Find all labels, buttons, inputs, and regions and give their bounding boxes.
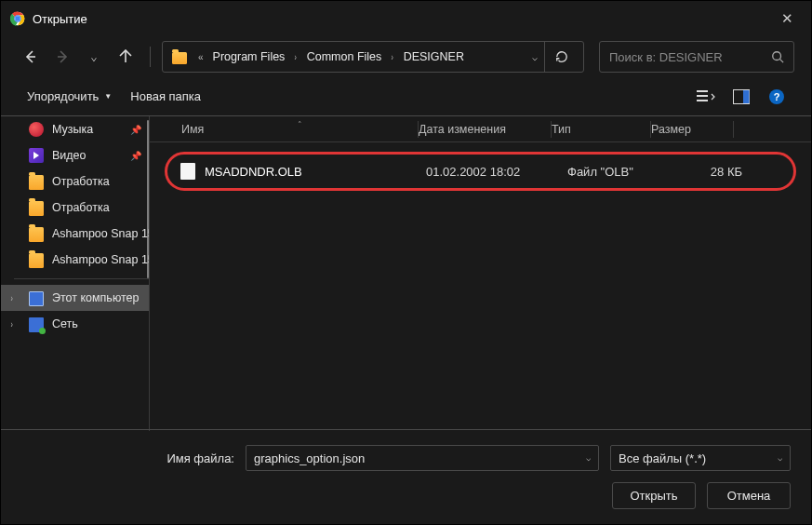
window-title: Открытие xyxy=(33,12,759,26)
column-header-size[interactable]: Размер xyxy=(651,123,733,136)
file-list-area: Имя ˄ Дата изменения Тип Размер MSADDNDR… xyxy=(150,116,811,431)
file-type: Файл "OLB" xyxy=(567,165,666,179)
sidebar-item-folder[interactable]: Отработка xyxy=(1,168,149,195)
sidebar-item-label: Сеть xyxy=(52,317,78,330)
chevron-right-icon: › xyxy=(292,52,300,62)
organize-button[interactable]: Упорядочить ▼ xyxy=(20,86,119,107)
column-header-name[interactable]: Имя ˄ xyxy=(181,123,418,136)
file-row[interactable]: MSADDNDR.OLB 01.02.2002 18:02 Файл "OLB"… xyxy=(165,152,796,191)
sidebar-item-network[interactable]: › Сеть xyxy=(1,311,149,337)
filter-value: Все файлы (*.*) xyxy=(619,451,706,465)
sidebar-item-label: Ashampoo Snap 15 xyxy=(52,227,150,240)
arrow-left-icon xyxy=(23,49,38,64)
arrow-up-icon xyxy=(118,49,133,64)
column-header-row: Имя ˄ Дата изменения Тип Размер xyxy=(150,116,811,142)
dialog-footer: Имя файла: graphics_option.json ⌵ Все фа… xyxy=(1,429,811,524)
music-icon xyxy=(29,122,44,137)
sidebar-item-label: Музыка xyxy=(52,123,93,136)
preview-pane-icon xyxy=(733,89,750,104)
sidebar-item-label: Видео xyxy=(52,149,87,162)
titlebar: Открытие ✕ xyxy=(1,1,811,36)
new-folder-button[interactable]: Новая папка xyxy=(123,86,208,107)
folder-icon xyxy=(172,52,187,64)
sidebar-item-label: Этот компьютер xyxy=(52,291,139,304)
close-button[interactable]: ✕ xyxy=(766,1,807,36)
file-size: 28 КБ xyxy=(675,165,742,179)
svg-rect-6 xyxy=(697,95,708,97)
pin-icon: 📌 xyxy=(130,151,141,161)
view-mode-button[interactable] xyxy=(690,81,722,113)
help-button[interactable]: ? xyxy=(761,81,792,113)
breadcrumb-crumb[interactable]: Common Files xyxy=(303,50,386,63)
open-button[interactable]: Открыть xyxy=(612,482,696,509)
chevron-down-icon[interactable]: ⌵ xyxy=(778,453,782,463)
sidebar-item-folder[interactable]: Ashampoo Snap 15 xyxy=(1,221,149,247)
file-date: 01.02.2002 18:02 xyxy=(426,165,558,179)
breadcrumb-crumb[interactable]: Program Files xyxy=(209,50,289,63)
sidebar-item-music[interactable]: Музыка 📌 xyxy=(1,116,149,142)
new-folder-label: Новая папка xyxy=(130,89,201,103)
column-header-type[interactable]: Тип xyxy=(552,123,650,136)
svg-rect-9 xyxy=(743,90,750,103)
network-icon xyxy=(29,317,44,332)
filename-label: Имя файла: xyxy=(166,451,234,465)
svg-point-4 xyxy=(773,52,781,61)
chevron-right-icon: › xyxy=(389,52,396,62)
sidebar: Музыка 📌 Видео 📌 Отработка Отработка Ash… xyxy=(1,116,150,431)
up-button[interactable] xyxy=(113,42,139,72)
sidebar-item-label: Отработка xyxy=(52,201,110,214)
pin-icon: 📌 xyxy=(130,125,141,135)
search-input[interactable] xyxy=(609,50,771,64)
chevron-down-icon[interactable]: ⌵ xyxy=(586,453,591,463)
sidebar-item-this-pc[interactable]: › Этот компьютер xyxy=(1,285,149,311)
chevron-right-icon: « xyxy=(194,52,207,62)
sidebar-item-folder[interactable]: Отработка xyxy=(1,195,149,221)
separator xyxy=(150,47,151,67)
column-header-date[interactable]: Дата изменения xyxy=(419,123,551,136)
svg-point-3 xyxy=(15,16,20,20)
chevron-down-icon: ▼ xyxy=(104,92,112,101)
sidebar-item-label: Ashampoo Snap 15 xyxy=(52,253,150,266)
list-view-icon xyxy=(697,89,715,104)
video-icon xyxy=(29,148,44,163)
toolbar: Упорядочить ▼ Новая папка ? xyxy=(1,77,811,116)
filename-input[interactable]: graphics_option.json ⌵ xyxy=(246,445,599,471)
recent-menu-button[interactable]: ⌵ xyxy=(81,42,107,72)
open-file-dialog: Открытие ✕ ⌵ « Program Files › Common Fi… xyxy=(0,0,812,525)
arrow-right-icon xyxy=(55,49,70,64)
search-icon[interactable] xyxy=(771,50,784,63)
breadcrumb-bar[interactable]: « Program Files › Common Files › DESIGNE… xyxy=(162,41,584,73)
sidebar-item-label: Отработка xyxy=(52,175,110,188)
folder-icon xyxy=(29,253,44,268)
folder-icon xyxy=(29,227,44,242)
svg-rect-5 xyxy=(697,90,708,92)
preview-pane-button[interactable] xyxy=(725,81,757,113)
chevron-right-icon[interactable]: › xyxy=(11,293,13,303)
filetype-filter[interactable]: Все файлы (*.*) ⌵ xyxy=(610,445,791,471)
svg-text:?: ? xyxy=(774,91,780,102)
filename-value: graphics_option.json xyxy=(254,451,365,465)
chrome-icon xyxy=(10,11,25,26)
forward-button[interactable] xyxy=(49,42,75,72)
file-list: MSADDNDR.OLB 01.02.2002 18:02 Файл "OLB"… xyxy=(150,142,811,191)
organize-label: Упорядочить xyxy=(27,89,99,103)
file-icon xyxy=(180,163,195,180)
navigation-bar: ⌵ « Program Files › Common Files › DESIG… xyxy=(1,36,811,77)
sidebar-item-folder[interactable]: Ashampoo Snap 15 xyxy=(1,247,149,273)
chevron-right-icon[interactable]: › xyxy=(11,319,13,330)
sort-indicator-icon: ˄ xyxy=(298,120,302,129)
svg-rect-7 xyxy=(697,100,708,101)
help-icon: ? xyxy=(768,88,785,105)
folder-icon xyxy=(29,201,44,216)
back-button[interactable] xyxy=(18,42,44,72)
file-name: MSADDNDR.OLB xyxy=(205,165,417,179)
breadcrumb-crumb[interactable]: DESIGNER xyxy=(400,50,468,63)
sidebar-item-video[interactable]: Видео 📌 xyxy=(1,142,149,168)
computer-icon xyxy=(29,291,44,306)
search-box[interactable] xyxy=(599,41,794,73)
cancel-button[interactable]: Отмена xyxy=(707,482,791,509)
chevron-down-icon[interactable]: ⌵ xyxy=(526,52,543,62)
refresh-icon xyxy=(555,50,568,63)
folder-icon xyxy=(29,175,44,190)
refresh-button[interactable] xyxy=(544,41,578,73)
